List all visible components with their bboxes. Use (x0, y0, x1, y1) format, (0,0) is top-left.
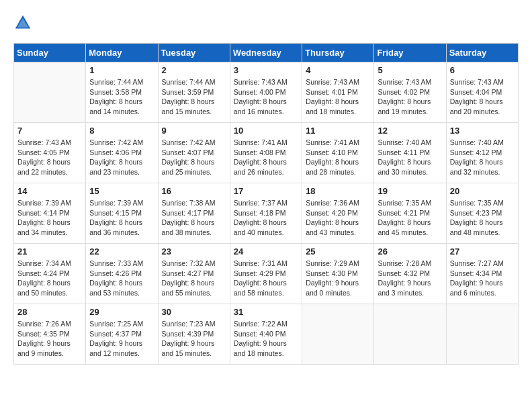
calendar-cell: 28Sunrise: 7:26 AMSunset: 4:35 PMDayligh… (14, 304, 86, 365)
logo (13, 13, 35, 32)
calendar-cell: 6Sunrise: 7:43 AMSunset: 4:04 PMDaylight… (446, 62, 518, 123)
calendar-cell: 8Sunrise: 7:42 AMSunset: 4:06 PMDaylight… (86, 123, 158, 183)
day-number: 28 (17, 307, 82, 317)
day-info: Sunrise: 7:26 AMSunset: 4:35 PMDaylight:… (17, 319, 82, 359)
day-info: Sunrise: 7:25 AMSunset: 4:37 PMDaylight:… (89, 319, 154, 359)
calendar-cell: 21Sunrise: 7:34 AMSunset: 4:24 PMDayligh… (14, 244, 86, 304)
day-number: 1 (89, 65, 154, 75)
calendar-cell: 4Sunrise: 7:43 AMSunset: 4:01 PMDaylight… (302, 62, 374, 123)
day-number: 3 (234, 65, 298, 75)
calendar-week-row: 1Sunrise: 7:44 AMSunset: 3:58 PMDaylight… (14, 62, 519, 123)
day-info: Sunrise: 7:27 AMSunset: 4:34 PMDaylight:… (450, 259, 515, 298)
day-info: Sunrise: 7:23 AMSunset: 4:39 PMDaylight:… (162, 319, 226, 359)
calendar-cell: 15Sunrise: 7:39 AMSunset: 4:15 PMDayligh… (86, 183, 158, 244)
day-number: 21 (17, 246, 82, 257)
calendar-cell: 2Sunrise: 7:44 AMSunset: 3:59 PMDaylight… (158, 62, 230, 123)
day-number: 4 (306, 65, 370, 75)
day-info: Sunrise: 7:29 AMSunset: 4:30 PMDaylight:… (306, 259, 370, 298)
day-info: Sunrise: 7:22 AMSunset: 4:40 PMDaylight:… (234, 319, 298, 359)
logo-icon (13, 13, 32, 32)
calendar-day-header: Wednesday (230, 44, 302, 62)
calendar-cell: 30Sunrise: 7:23 AMSunset: 4:39 PMDayligh… (158, 304, 230, 365)
calendar-cell: 3Sunrise: 7:43 AMSunset: 4:00 PMDaylight… (230, 62, 302, 123)
day-info: Sunrise: 7:41 AMSunset: 4:08 PMDaylight:… (234, 138, 298, 177)
day-info: Sunrise: 7:43 AMSunset: 4:00 PMDaylight:… (234, 77, 298, 117)
calendar-cell: 25Sunrise: 7:29 AMSunset: 4:30 PMDayligh… (302, 244, 374, 304)
day-number: 12 (378, 126, 442, 136)
calendar-day-header: Monday (86, 44, 158, 62)
calendar-cell: 13Sunrise: 7:40 AMSunset: 4:12 PMDayligh… (446, 123, 518, 183)
day-number: 25 (306, 246, 370, 257)
calendar-cell: 12Sunrise: 7:40 AMSunset: 4:11 PMDayligh… (374, 123, 446, 183)
day-info: Sunrise: 7:43 AMSunset: 4:02 PMDaylight:… (378, 77, 442, 117)
day-number: 17 (234, 186, 298, 196)
day-number: 15 (89, 186, 154, 196)
calendar-cell: 24Sunrise: 7:31 AMSunset: 4:29 PMDayligh… (230, 244, 302, 304)
day-info: Sunrise: 7:31 AMSunset: 4:29 PMDaylight:… (234, 259, 298, 298)
calendar-cell (374, 304, 446, 365)
day-info: Sunrise: 7:41 AMSunset: 4:10 PMDaylight:… (306, 138, 370, 177)
calendar-cell: 26Sunrise: 7:28 AMSunset: 4:32 PMDayligh… (374, 244, 446, 304)
day-number: 23 (162, 246, 226, 257)
day-info: Sunrise: 7:38 AMSunset: 4:17 PMDaylight:… (162, 198, 226, 238)
day-info: Sunrise: 7:44 AMSunset: 3:58 PMDaylight:… (89, 77, 154, 117)
day-info: Sunrise: 7:35 AMSunset: 4:23 PMDaylight:… (450, 198, 515, 238)
calendar-cell: 17Sunrise: 7:37 AMSunset: 4:18 PMDayligh… (230, 183, 302, 244)
calendar-week-row: 28Sunrise: 7:26 AMSunset: 4:35 PMDayligh… (14, 304, 519, 365)
day-info: Sunrise: 7:36 AMSunset: 4:20 PMDaylight:… (306, 198, 370, 238)
page-header (13, 13, 519, 32)
day-info: Sunrise: 7:37 AMSunset: 4:18 PMDaylight:… (234, 198, 298, 238)
calendar-cell: 19Sunrise: 7:35 AMSunset: 4:21 PMDayligh… (374, 183, 446, 244)
day-info: Sunrise: 7:39 AMSunset: 4:15 PMDaylight:… (89, 198, 154, 238)
calendar-cell: 22Sunrise: 7:33 AMSunset: 4:26 PMDayligh… (86, 244, 158, 304)
calendar-day-header: Sunday (14, 44, 86, 62)
day-info: Sunrise: 7:42 AMSunset: 4:07 PMDaylight:… (162, 138, 226, 177)
calendar-cell: 27Sunrise: 7:27 AMSunset: 4:34 PMDayligh… (446, 244, 518, 304)
day-number: 18 (306, 186, 370, 196)
calendar-cell (302, 304, 374, 365)
calendar-cell: 16Sunrise: 7:38 AMSunset: 4:17 PMDayligh… (158, 183, 230, 244)
calendar-cell: 23Sunrise: 7:32 AMSunset: 4:27 PMDayligh… (158, 244, 230, 304)
day-info: Sunrise: 7:42 AMSunset: 4:06 PMDaylight:… (89, 138, 154, 177)
day-info: Sunrise: 7:43 AMSunset: 4:01 PMDaylight:… (306, 77, 370, 117)
day-number: 20 (450, 186, 515, 196)
calendar-cell: 1Sunrise: 7:44 AMSunset: 3:58 PMDaylight… (86, 62, 158, 123)
day-number: 9 (162, 126, 226, 136)
day-number: 10 (234, 126, 298, 136)
calendar-cell: 31Sunrise: 7:22 AMSunset: 4:40 PMDayligh… (230, 304, 302, 365)
calendar-body: 1Sunrise: 7:44 AMSunset: 3:58 PMDaylight… (14, 62, 519, 365)
day-info: Sunrise: 7:39 AMSunset: 4:14 PMDaylight:… (17, 198, 82, 238)
calendar-cell: 18Sunrise: 7:36 AMSunset: 4:20 PMDayligh… (302, 183, 374, 244)
day-number: 11 (306, 126, 370, 136)
day-info: Sunrise: 7:43 AMSunset: 4:04 PMDaylight:… (450, 77, 515, 117)
day-info: Sunrise: 7:40 AMSunset: 4:11 PMDaylight:… (378, 138, 442, 177)
calendar-cell: 14Sunrise: 7:39 AMSunset: 4:14 PMDayligh… (14, 183, 86, 244)
calendar-day-header: Thursday (302, 44, 374, 62)
day-info: Sunrise: 7:44 AMSunset: 3:59 PMDaylight:… (162, 77, 226, 117)
calendar-cell (14, 62, 86, 123)
day-number: 8 (89, 126, 154, 136)
day-number: 24 (234, 246, 298, 257)
calendar-cell: 11Sunrise: 7:41 AMSunset: 4:10 PMDayligh… (302, 123, 374, 183)
day-info: Sunrise: 7:33 AMSunset: 4:26 PMDaylight:… (89, 259, 154, 298)
day-number: 7 (17, 126, 82, 136)
calendar-cell (446, 304, 518, 365)
day-info: Sunrise: 7:35 AMSunset: 4:21 PMDaylight:… (378, 198, 442, 238)
day-info: Sunrise: 7:28 AMSunset: 4:32 PMDaylight:… (378, 259, 442, 298)
day-number: 16 (162, 186, 226, 196)
day-number: 5 (378, 65, 442, 75)
day-number: 27 (450, 246, 515, 257)
day-number: 31 (234, 307, 298, 317)
day-number: 30 (162, 307, 226, 317)
day-info: Sunrise: 7:40 AMSunset: 4:12 PMDaylight:… (450, 138, 515, 177)
calendar-cell: 7Sunrise: 7:43 AMSunset: 4:05 PMDaylight… (14, 123, 86, 183)
day-number: 14 (17, 186, 82, 196)
calendar-table: SundayMondayTuesdayWednesdayThursdayFrid… (13, 43, 519, 365)
day-info: Sunrise: 7:34 AMSunset: 4:24 PMDaylight:… (17, 259, 82, 298)
day-number: 29 (89, 307, 154, 317)
calendar-day-header: Friday (374, 44, 446, 62)
day-number: 13 (450, 126, 515, 136)
day-number: 22 (89, 246, 154, 257)
day-number: 26 (378, 246, 442, 257)
calendar-week-row: 7Sunrise: 7:43 AMSunset: 4:05 PMDaylight… (14, 123, 519, 183)
